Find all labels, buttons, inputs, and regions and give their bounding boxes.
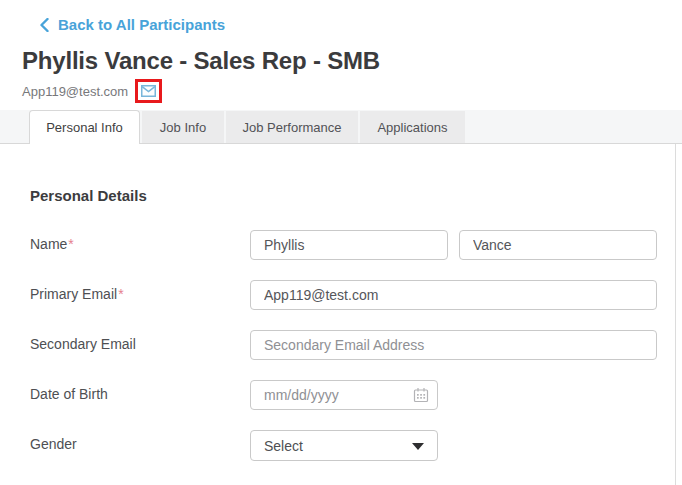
first-name-input[interactable] <box>250 230 448 260</box>
date-of-birth-field <box>250 380 438 410</box>
chevron-left-icon <box>40 18 49 32</box>
tab-bar: Personal Info Job Info Job Performance A… <box>0 110 682 144</box>
personal-details-form: Name* Primary Email* Secondary Email Dat… <box>30 230 675 461</box>
required-marker: * <box>68 236 73 252</box>
gender-selected-value: Select <box>264 438 303 454</box>
calendar-icon[interactable] <box>413 387 429 403</box>
tab-personal-info[interactable]: Personal Info <box>29 110 140 144</box>
send-email-button[interactable] <box>141 85 156 97</box>
tab-job-performance[interactable]: Job Performance <box>226 111 358 143</box>
date-of-birth-row: Date of Birth <box>30 380 675 410</box>
secondary-email-label: Secondary Email <box>30 330 250 360</box>
primary-email-label: Primary Email* <box>30 280 250 310</box>
secondary-email-row: Secondary Email <box>30 330 675 360</box>
gender-label: Gender <box>30 430 250 461</box>
date-of-birth-label: Date of Birth <box>30 380 250 410</box>
gender-select[interactable]: Select <box>250 430 438 461</box>
highlight-box <box>135 79 162 103</box>
required-marker: * <box>118 286 123 302</box>
page-title: Phyllis Vance - Sales Rep - SMB <box>22 47 682 75</box>
section-title: Personal Details <box>30 144 675 204</box>
participant-email-row: App119@test.com <box>22 78 682 105</box>
page-header: Back to All Participants Phyllis Vance -… <box>0 0 682 110</box>
caret-down-icon <box>412 443 424 450</box>
personal-info-panel: Personal Details Name* Primary Email* Se… <box>0 144 676 485</box>
primary-email-row: Primary Email* <box>30 280 675 310</box>
date-of-birth-input[interactable] <box>250 380 438 410</box>
tab-applications[interactable]: Applications <box>360 111 465 143</box>
last-name-input[interactable] <box>459 230 657 260</box>
back-to-participants-link[interactable]: Back to All Participants <box>40 16 225 33</box>
participant-email: App119@test.com <box>22 84 128 99</box>
primary-email-input[interactable] <box>250 280 657 310</box>
name-row: Name* <box>30 230 675 260</box>
tab-job-info[interactable]: Job Info <box>142 111 224 143</box>
back-link-label: Back to All Participants <box>58 16 225 33</box>
envelope-icon <box>141 85 156 97</box>
name-label: Name* <box>30 230 250 260</box>
secondary-email-input[interactable] <box>250 330 657 360</box>
gender-row: Gender Select <box>30 430 675 461</box>
